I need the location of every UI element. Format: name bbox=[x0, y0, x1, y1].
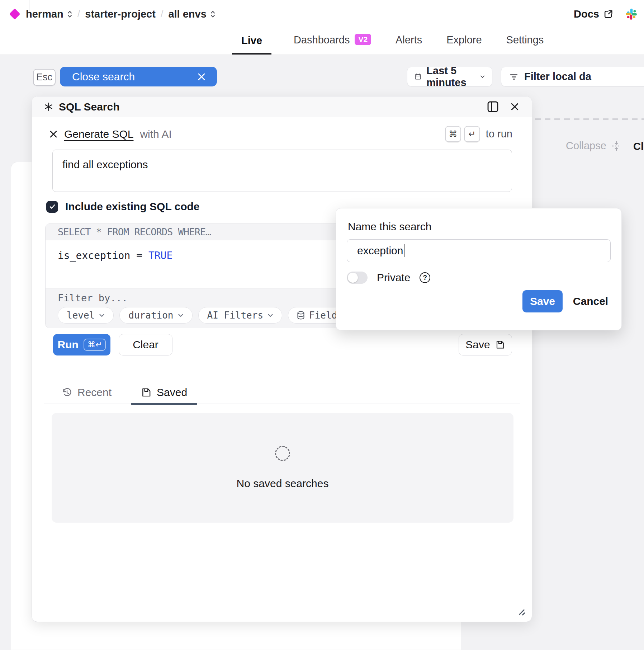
private-toggle[interactable] bbox=[347, 272, 368, 284]
esc-keycap[interactable]: Esc bbox=[33, 69, 56, 86]
env-name: all envs bbox=[168, 8, 206, 20]
tab-explore[interactable]: Explore bbox=[444, 34, 484, 55]
close-search-button[interactable]: Close search bbox=[60, 67, 217, 86]
to-run-label: to run bbox=[486, 128, 512, 140]
cmd-keycap: ⌘ bbox=[445, 126, 461, 142]
selector-icon bbox=[67, 10, 72, 19]
floppy-icon bbox=[495, 340, 505, 350]
chip-label: AI Filters bbox=[207, 310, 264, 321]
clipped-action-label[interactable]: Cl bbox=[633, 141, 644, 152]
run-label: Run bbox=[58, 339, 79, 351]
main-nav: Live DashboardsV2 Alerts Explore Setting… bbox=[232, 34, 546, 55]
resize-handle[interactable] bbox=[518, 608, 526, 616]
popover-title: Name this search bbox=[348, 221, 431, 233]
run-button[interactable]: Run ⌘↵ bbox=[53, 334, 110, 355]
breadcrumb-workspace[interactable]: herman bbox=[26, 8, 72, 20]
generate-sql-row: Generate SQL with AI bbox=[49, 128, 172, 140]
sparkle-icon bbox=[44, 102, 53, 111]
chip-label: level bbox=[67, 310, 95, 321]
project-name: starter-project bbox=[85, 8, 156, 20]
chevron-down-icon bbox=[267, 314, 273, 317]
external-link-icon bbox=[603, 9, 613, 19]
database-icon bbox=[297, 311, 305, 320]
chart-placeholder-divider bbox=[535, 118, 644, 120]
workspace-name: herman bbox=[26, 8, 63, 20]
brand-logo-icon bbox=[9, 8, 20, 19]
clear-button[interactable]: Clear bbox=[119, 334, 172, 355]
popover-cancel-button[interactable]: Cancel bbox=[570, 290, 611, 312]
close-panel-icon[interactable] bbox=[510, 102, 520, 112]
breadcrumb-env[interactable]: all envs bbox=[168, 8, 215, 20]
time-range-button[interactable]: Last 5 minutes bbox=[407, 67, 492, 86]
include-sql-checkbox[interactable] bbox=[46, 201, 58, 213]
time-range-label: Last 5 minutes bbox=[426, 65, 475, 89]
private-row: Private ? bbox=[347, 272, 430, 284]
breadcrumb-project[interactable]: starter-project bbox=[85, 8, 156, 20]
ai-prompt-input[interactable]: find all exceptions bbox=[53, 150, 512, 192]
run-shortcut-badge: ⌘↵ bbox=[84, 339, 106, 351]
chip-ai-filters[interactable]: AI Filters bbox=[198, 307, 283, 324]
sql-search-panel: SQL Search Generate SQL with AI ⌘ ↵ to r… bbox=[32, 96, 532, 622]
app-window: herman / starter-project / all envs Live… bbox=[0, 0, 644, 650]
selector-icon bbox=[210, 10, 216, 19]
breadcrumb-separator: / bbox=[77, 9, 80, 20]
collapse-button[interactable]: Collapse bbox=[566, 140, 622, 152]
text-caret bbox=[404, 244, 404, 257]
enter-keycap: ↵ bbox=[464, 126, 480, 142]
include-sql-row: Include existing SQL code bbox=[46, 201, 200, 213]
close-icon bbox=[197, 72, 206, 81]
tab-label: Settings bbox=[506, 34, 544, 46]
top-bar: herman / starter-project / all envs Live… bbox=[0, 0, 644, 55]
breadcrumb-separator: / bbox=[161, 9, 164, 20]
saved-searches-tabs: Recent Saved bbox=[44, 381, 520, 404]
tab-settings[interactable]: Settings bbox=[504, 34, 546, 55]
chip-label: duration bbox=[128, 310, 173, 321]
chip-duration[interactable]: duration bbox=[119, 307, 192, 324]
tab-live[interactable]: Live bbox=[232, 35, 271, 55]
chip-level[interactable]: level bbox=[58, 307, 114, 324]
toggle-knob bbox=[348, 273, 358, 283]
slack-icon[interactable] bbox=[625, 8, 637, 20]
tab-recent[interactable]: Recent bbox=[52, 381, 122, 404]
popover-save-button[interactable]: Save bbox=[522, 290, 563, 312]
filter-icon bbox=[508, 71, 519, 82]
dismiss-ai-icon[interactable] bbox=[49, 130, 58, 138]
esc-label: Esc bbox=[36, 72, 52, 83]
collapse-label: Collapse bbox=[566, 140, 606, 152]
calendar-icon bbox=[415, 71, 421, 82]
panel-header: SQL Search bbox=[32, 96, 532, 117]
help-icon[interactable]: ? bbox=[420, 272, 430, 283]
breadcrumb: herman / starter-project / all envs bbox=[11, 5, 216, 23]
collapse-icon bbox=[611, 140, 622, 152]
tab-label: Alerts bbox=[396, 34, 422, 46]
history-icon bbox=[62, 387, 72, 398]
ai-prompt-box: find all exceptions bbox=[52, 150, 512, 192]
search-name-input[interactable]: exception bbox=[347, 239, 611, 262]
side-panel-icon[interactable] bbox=[487, 101, 498, 112]
chevron-down-icon bbox=[178, 314, 184, 317]
empty-state-label: No saved searches bbox=[237, 477, 329, 490]
save-search-button[interactable]: Save bbox=[459, 334, 512, 355]
tab-label: Recent bbox=[77, 386, 112, 399]
sql-code-operator: = bbox=[136, 250, 148, 262]
tab-saved[interactable]: Saved bbox=[131, 381, 197, 404]
save-label: Save bbox=[465, 339, 490, 351]
tab-dashboards[interactable]: DashboardsV2 bbox=[292, 34, 373, 55]
panel-title: SQL Search bbox=[59, 101, 120, 113]
generate-sql-link[interactable]: Generate SQL bbox=[64, 128, 133, 140]
chevron-down-icon bbox=[480, 74, 485, 79]
tab-alerts[interactable]: Alerts bbox=[393, 34, 424, 55]
tab-label: Saved bbox=[157, 386, 187, 399]
floppy-icon bbox=[141, 387, 152, 398]
include-sql-label: Include existing SQL code bbox=[65, 201, 200, 213]
search-name-value: exception bbox=[357, 245, 403, 257]
private-label: Private bbox=[377, 272, 410, 284]
chevron-down-icon bbox=[99, 314, 105, 317]
docs-link[interactable]: Docs bbox=[574, 8, 613, 20]
filter-local-button[interactable]: Filter local da bbox=[501, 67, 644, 86]
check-icon bbox=[49, 203, 56, 210]
sql-code-field: is_exception bbox=[58, 250, 130, 262]
docs-label: Docs bbox=[574, 8, 599, 20]
close-search-label: Close search bbox=[72, 71, 135, 83]
run-shortcut-hint: ⌘ ↵ to run bbox=[445, 126, 512, 142]
